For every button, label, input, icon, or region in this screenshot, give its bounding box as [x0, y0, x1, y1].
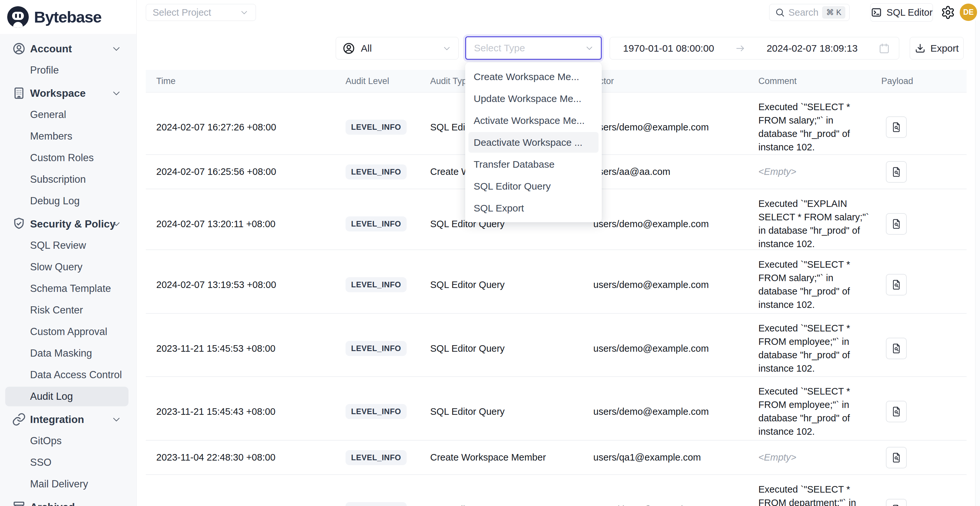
col-header-comment: Comment: [758, 76, 881, 86]
actor-filter-select[interactable]: All: [336, 37, 459, 59]
sidebar-item-sso[interactable]: SSO: [0, 452, 136, 473]
sidebar-item-label: Debug Log: [30, 195, 80, 207]
audit-level-badge: LEVEL_INFO: [345, 277, 407, 292]
cell-time: 2023-11-04 21:26:24 +08:00: [146, 504, 345, 506]
sidebar-item-label: Risk Center: [30, 304, 83, 316]
type-option-label: Create Workspace Me...: [474, 71, 579, 83]
payload-view-button[interactable]: [886, 447, 907, 468]
project-select[interactable]: Select Project: [146, 4, 256, 21]
audit-level-badge: LEVEL_INFO: [345, 404, 407, 419]
sidebar-item-label: Audit Log: [30, 391, 73, 403]
chevron-down-icon: [111, 218, 122, 229]
cell-actor: users/demo@example.com: [593, 406, 758, 417]
cell-audit-level: LEVEL_INFO: [345, 341, 430, 356]
cell-time: 2024-02-07 13:19:53 +08:00: [146, 280, 345, 290]
cell-actor: users/demo@example.com: [593, 122, 758, 133]
sidebar-item-debug-log[interactable]: Debug Log: [0, 190, 136, 212]
cell-audit-type: SQL Editor Query: [430, 504, 593, 506]
type-option-transfer-database[interactable]: Transfer Database: [465, 153, 602, 175]
cell-comment: Executed `"SELECT * FROM department;"` i…: [758, 475, 881, 506]
type-option-activate-workspace-me[interactable]: Activate Workspace Me...: [465, 110, 602, 131]
cell-comment: <Empty>: [758, 443, 881, 472]
type-option-label: Transfer Database: [474, 159, 554, 170]
brand-logo[interactable]: Bytebase: [0, 0, 136, 34]
sidebar-item-profile[interactable]: Profile: [0, 59, 136, 81]
sidebar-item-schema-template[interactable]: Schema Template: [0, 278, 136, 299]
cell-time: 2023-11-21 15:45:43 +08:00: [146, 406, 345, 417]
audit-level-badge: LEVEL_INFO: [345, 341, 407, 356]
cell-payload: [881, 499, 967, 506]
brand-name: Bytebase: [34, 8, 101, 26]
payload-view-button[interactable]: [886, 499, 907, 506]
building-icon: [12, 86, 26, 100]
payload-view-button[interactable]: [886, 338, 907, 359]
col-header-time: Time: [146, 76, 345, 86]
cell-audit-level: LEVEL_INFO: [345, 164, 430, 180]
date-end-value: 2024-02-07 18:09:13: [767, 43, 858, 54]
date-range-picker[interactable]: 1970-01-01 08:00:00 2024-02-07 18:09:13: [609, 37, 899, 59]
cell-audit-level: LEVEL_INFO: [345, 450, 430, 465]
sidebar-item-account[interactable]: Account: [0, 38, 136, 59]
type-option-create-workspace-me[interactable]: Create Workspace Me...: [465, 66, 602, 88]
payload-view-button[interactable]: [886, 213, 907, 235]
sidebar-item-workspace[interactable]: Workspace: [0, 83, 136, 104]
cell-audit-type: Create Workspace Member: [430, 452, 593, 463]
sql-editor-button[interactable]: SQL Editor: [870, 3, 933, 22]
type-option-sql-editor-query[interactable]: SQL Editor Query: [465, 175, 602, 197]
payload-view-button[interactable]: [886, 274, 907, 296]
cell-payload: [881, 274, 967, 296]
sidebar-item-risk-center[interactable]: Risk Center: [0, 299, 136, 321]
sidebar-item-label: Subscription: [30, 173, 86, 185]
table-row: 2024-02-07 13:19:53 +08:00LEVEL_INFOSQL …: [146, 250, 967, 314]
type-option-label: Deactivate Workspace ...: [474, 137, 582, 148]
cell-audit-level: LEVEL_INFO: [345, 119, 430, 135]
arrow-right-icon: [735, 43, 746, 54]
type-option-sql-export[interactable]: SQL Export: [465, 197, 602, 219]
sidebar-item-archived[interactable]: Archived: [0, 496, 136, 506]
settings-gear-icon[interactable]: [941, 5, 955, 20]
search-shortcut-badge: ⌘ K: [822, 6, 845, 19]
sidebar-item-label: Mail Delivery: [30, 478, 88, 490]
sidebar-item-subscription[interactable]: Subscription: [0, 169, 136, 190]
sidebar-item-slow-query[interactable]: Slow Query: [0, 256, 136, 278]
audit-level-badge: LEVEL_INFO: [345, 450, 407, 465]
payload-view-button[interactable]: [886, 161, 907, 183]
avatar[interactable]: DE: [960, 3, 977, 21]
cell-comment: Executed `"SELECT * FROM salary;"` in da…: [758, 92, 881, 162]
col-header-payload: Payload: [881, 76, 967, 86]
chevron-down-icon: [442, 43, 452, 53]
bytebase-logo-icon: [7, 6, 29, 28]
col-header-audit-level: Audit Level: [345, 76, 430, 86]
sidebar-item-gitops[interactable]: GitOps: [0, 430, 136, 452]
type-option-update-workspace-me[interactable]: Update Workspace Me...: [465, 88, 602, 110]
cell-actor: users/demo@example.com: [593, 343, 758, 354]
sidebar-item-custom-roles[interactable]: Custom Roles: [0, 147, 136, 169]
sidebar-item-label: Slow Query: [30, 261, 83, 273]
cell-payload: [881, 161, 967, 183]
type-option-deactivate-workspace[interactable]: Deactivate Workspace ...: [465, 131, 602, 153]
sidebar-item-label: Custom Roles: [30, 152, 94, 164]
sidebar-item-integration[interactable]: Integration: [0, 409, 136, 430]
payload-view-button[interactable]: [886, 401, 907, 422]
sidebar-item-security-policy[interactable]: Security & Policy: [0, 213, 136, 235]
sidebar-item-label: Workspace: [30, 87, 86, 99]
sidebar-item-custom-approval[interactable]: Custom Approval: [0, 321, 136, 342]
search-input[interactable]: Search ⌘ K: [769, 4, 850, 21]
actor-filter-value: All: [361, 43, 372, 54]
scrollbar-track[interactable]: [975, 20, 980, 506]
search-placeholder: Search: [788, 7, 819, 18]
sidebar-item-sql-review[interactable]: SQL Review: [0, 235, 136, 256]
cell-comment: Executed `"SELECT * FROM salary;"` in da…: [758, 250, 881, 319]
type-filter-select[interactable]: Select Type: [465, 36, 602, 60]
payload-view-button[interactable]: [886, 116, 907, 138]
sidebar-item-data-masking[interactable]: Data Masking: [0, 342, 136, 364]
sidebar-item-audit-log[interactable]: Audit Log: [0, 386, 136, 407]
sidebar-item-general[interactable]: General: [0, 104, 136, 126]
table-row: 2023-11-04 21:26:24 +08:00LEVEL_INFOSQL …: [146, 475, 967, 506]
export-button[interactable]: Export: [910, 37, 964, 59]
chevron-down-icon: [239, 8, 249, 18]
sidebar-item-data-access-control[interactable]: Data Access Control: [0, 364, 136, 386]
sidebar-item-members[interactable]: Members: [0, 126, 136, 147]
sidebar-item-mail-delivery[interactable]: Mail Delivery: [0, 473, 136, 495]
archive-icon: [12, 500, 26, 506]
